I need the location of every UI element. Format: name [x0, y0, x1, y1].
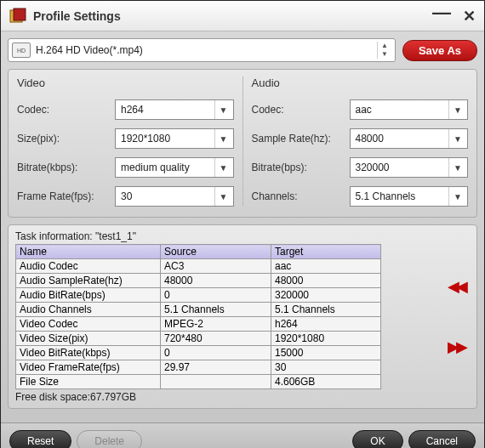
table-cell: 48000: [161, 274, 271, 288]
table-row: Video CodecMPEG-2h264: [16, 317, 381, 332]
reset-button[interactable]: Reset: [9, 430, 71, 448]
audio-samplerate-select[interactable]: 48000▼: [350, 128, 469, 149]
minimize-button[interactable]: —: [432, 2, 451, 24]
app-icon: [9, 8, 26, 25]
table-row: Video BitRate(kbps)015000: [16, 346, 381, 360]
table-cell: 5.1 Channels: [271, 303, 381, 317]
svg-rect-1: [14, 9, 26, 20]
delete-button: Delete: [77, 430, 142, 448]
table-cell: 29.97: [161, 360, 271, 375]
audio-section: Audio Codec: aac▼ Sample Rate(hz): 48000…: [252, 77, 469, 207]
audio-samplerate-label: Sample Rate(hz):: [252, 133, 350, 145]
audio-header: Audio: [252, 77, 469, 89]
chevron-down-icon: ▼: [448, 187, 462, 206]
audio-bitrate-select[interactable]: 320000▼: [350, 157, 469, 178]
video-section: Video Codec: h264▼ Size(pix): 1920*1080▼…: [17, 77, 243, 207]
table-cell: 4.606GB: [271, 375, 381, 389]
table-cell: 0: [161, 346, 271, 360]
chevron-down-icon: ▼: [214, 187, 228, 206]
chevron-down-icon: ▼: [448, 129, 462, 148]
audio-codec-select[interactable]: aac▼: [350, 99, 469, 120]
prev-task-button[interactable]: ◀◀: [448, 281, 465, 292]
table-cell: Audio Codec: [16, 259, 161, 274]
table-cell: 15000: [271, 346, 381, 360]
table-row: Audio BitRate(bps)0320000: [16, 288, 381, 303]
audio-channels-select[interactable]: 5.1 Channels▼: [350, 186, 469, 207]
audio-channels-label: Channels:: [252, 190, 350, 202]
video-framerate-select[interactable]: 30▼: [115, 186, 234, 207]
chevron-down-icon: ▼: [448, 100, 462, 119]
table-row: File Size4.606GB: [16, 375, 381, 389]
chevron-down-icon: ▼: [214, 100, 228, 119]
table-cell: Video Size(pix): [16, 332, 161, 346]
close-button[interactable]: ✕: [463, 7, 476, 26]
table-cell: 5.1 Channels: [161, 303, 271, 317]
table-cell: aac: [271, 259, 381, 274]
audio-codec-label: Codec:: [252, 104, 350, 116]
video-codec-select[interactable]: h264▼: [115, 99, 234, 120]
video-size-label: Size(pix):: [17, 133, 115, 145]
task-table: NameSourceTarget Audio CodecAC3aacAudio …: [15, 244, 381, 389]
table-cell: Audio SampleRate(hz): [16, 274, 161, 288]
table-cell: Audio BitRate(bps): [16, 288, 161, 303]
video-bitrate-select[interactable]: medium quality▼: [115, 157, 234, 178]
ok-button[interactable]: OK: [352, 430, 402, 448]
table-cell: Video BitRate(kbps): [16, 346, 161, 360]
table-cell: Audio Channels: [16, 303, 161, 317]
table-cell: Video Codec: [16, 317, 161, 332]
video-codec-label: Codec:: [17, 104, 115, 116]
table-cell: File Size: [16, 375, 161, 389]
table-row: Audio CodecAC3aac: [16, 259, 381, 274]
video-header: Video: [17, 77, 234, 89]
table-cell: 320000: [271, 288, 381, 303]
table-cell: MPEG-2: [161, 317, 271, 332]
video-bitrate-label: Bitrate(kbps):: [17, 162, 115, 173]
table-cell: 48000: [271, 274, 381, 288]
video-framerate-label: Frame Rate(fps):: [17, 190, 115, 202]
table-cell: 1920*1080: [271, 332, 381, 346]
table-cell: h264: [271, 317, 381, 332]
profile-selected-text: H.264 HD Video(*.mp4): [36, 44, 377, 56]
table-header[interactable]: Source: [161, 245, 271, 259]
profile-format-icon: HD: [12, 43, 31, 58]
profile-select[interactable]: HD H.264 HD Video(*.mp4) ▲▼: [8, 38, 396, 62]
table-cell: 720*480: [161, 332, 271, 346]
table-row: Audio SampleRate(hz)4800048000: [16, 274, 381, 288]
chevron-down-icon: ▼: [214, 129, 228, 148]
table-cell: AC3: [161, 259, 271, 274]
video-size-select[interactable]: 1920*1080▼: [115, 128, 234, 149]
table-row: Video Size(pix)720*4801920*1080: [16, 332, 381, 346]
save-as-button[interactable]: Save As: [402, 40, 477, 61]
table-row: Audio Channels5.1 Channels5.1 Channels: [16, 303, 381, 317]
titlebar: Profile Settings — ✕: [1, 1, 484, 31]
table-cell: 0: [161, 288, 271, 303]
chevron-down-icon: ▼: [214, 158, 228, 177]
next-task-button[interactable]: ▶▶: [448, 342, 465, 352]
audio-bitrate-label: Bitrate(bps):: [252, 162, 350, 173]
table-header[interactable]: Name: [16, 245, 161, 259]
free-disk-space: Free disk space:67.797GB: [15, 391, 437, 403]
window-title: Profile Settings: [33, 9, 432, 23]
table-row: Video FrameRate(fps)29.9730: [16, 360, 381, 375]
task-info-title: Task information: "test1_1": [15, 230, 437, 242]
table-cell: Video FrameRate(fps): [16, 360, 161, 375]
profile-spinner[interactable]: ▲▼: [377, 42, 391, 59]
table-cell: 30: [271, 360, 381, 375]
table-header[interactable]: Target: [271, 245, 381, 259]
cancel-button[interactable]: Cancel: [408, 430, 476, 448]
table-cell: [161, 375, 271, 389]
chevron-down-icon: ▼: [448, 158, 462, 177]
